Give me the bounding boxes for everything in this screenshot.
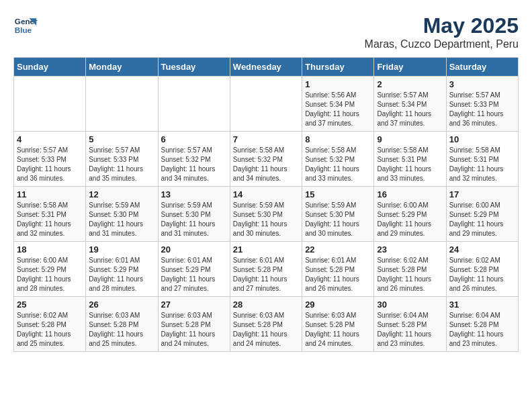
day-number: 14 (233, 189, 299, 199)
day-detail: Sunrise: 6:01 AM Sunset: 5:28 PM Dayligh… (305, 256, 371, 293)
table-row: 22Sunrise: 6:01 AM Sunset: 5:28 PM Dayli… (302, 242, 374, 297)
table-row: 23Sunrise: 6:02 AM Sunset: 5:28 PM Dayli… (374, 242, 446, 297)
day-detail: Sunrise: 5:58 AM Sunset: 5:31 PM Dayligh… (17, 201, 83, 238)
table-row (86, 77, 158, 132)
day-detail: Sunrise: 6:01 AM Sunset: 5:29 PM Dayligh… (89, 256, 154, 293)
calendar-week-row: 1Sunrise: 5:56 AM Sunset: 5:34 PM Daylig… (14, 77, 519, 132)
day-detail: Sunrise: 6:04 AM Sunset: 5:28 PM Dayligh… (377, 311, 443, 349)
title-area: May 2025 Maras, Cuzco Department, Peru (365, 13, 519, 50)
table-row: 5Sunrise: 5:57 AM Sunset: 5:33 PM Daylig… (86, 132, 158, 187)
calendar-title: May 2025 (365, 13, 519, 38)
day-number: 28 (233, 300, 299, 310)
day-detail: Sunrise: 6:03 AM Sunset: 5:28 PM Dayligh… (89, 311, 154, 349)
day-detail: Sunrise: 6:03 AM Sunset: 5:28 PM Dayligh… (305, 311, 371, 349)
table-row: 11Sunrise: 5:58 AM Sunset: 5:31 PM Dayli… (14, 187, 86, 242)
day-detail: Sunrise: 5:57 AM Sunset: 5:33 PM Dayligh… (449, 91, 515, 128)
day-number: 12 (89, 189, 154, 199)
day-number: 10 (449, 134, 515, 144)
header-thursday: Thursday (302, 58, 374, 77)
table-row (158, 77, 230, 132)
day-number: 22 (305, 244, 371, 255)
calendar-week-row: 18Sunrise: 6:00 AM Sunset: 5:29 PM Dayli… (14, 242, 519, 297)
day-detail: Sunrise: 5:58 AM Sunset: 5:31 PM Dayligh… (377, 146, 443, 183)
table-row: 17Sunrise: 6:00 AM Sunset: 5:29 PM Dayli… (446, 187, 518, 242)
calendar-week-row: 4Sunrise: 5:57 AM Sunset: 5:33 PM Daylig… (14, 132, 519, 187)
table-row: 14Sunrise: 5:59 AM Sunset: 5:30 PM Dayli… (230, 187, 302, 242)
table-row: 6Sunrise: 5:57 AM Sunset: 5:32 PM Daylig… (158, 132, 230, 187)
header-saturday: Saturday (446, 58, 518, 77)
day-detail: Sunrise: 5:58 AM Sunset: 5:32 PM Dayligh… (305, 146, 371, 183)
day-number: 9 (377, 134, 443, 144)
day-detail: Sunrise: 5:58 AM Sunset: 5:31 PM Dayligh… (449, 146, 515, 183)
table-row: 29Sunrise: 6:03 AM Sunset: 5:28 PM Dayli… (302, 297, 374, 352)
calendar-header-row: Sunday Monday Tuesday Wednesday Thursday… (14, 58, 519, 77)
day-number: 2 (377, 79, 443, 89)
day-detail: Sunrise: 5:59 AM Sunset: 5:30 PM Dayligh… (233, 201, 299, 238)
day-number: 26 (89, 300, 154, 310)
calendar-subtitle: Maras, Cuzco Department, Peru (365, 38, 519, 50)
calendar-week-row: 25Sunrise: 6:02 AM Sunset: 5:28 PM Dayli… (14, 297, 519, 352)
table-row: 16Sunrise: 6:00 AM Sunset: 5:29 PM Dayli… (374, 187, 446, 242)
day-detail: Sunrise: 5:59 AM Sunset: 5:30 PM Dayligh… (89, 201, 154, 238)
day-number: 15 (305, 189, 371, 199)
logo-icon: General Blue (13, 13, 38, 38)
table-row: 25Sunrise: 6:02 AM Sunset: 5:28 PM Dayli… (14, 297, 86, 352)
table-row: 7Sunrise: 5:58 AM Sunset: 5:32 PM Daylig… (230, 132, 302, 187)
day-detail: Sunrise: 6:03 AM Sunset: 5:28 PM Dayligh… (161, 311, 227, 349)
day-number: 8 (305, 134, 371, 144)
table-row: 28Sunrise: 6:03 AM Sunset: 5:28 PM Dayli… (230, 297, 302, 352)
page-header: General Blue May 2025 Maras, Cuzco Depar… (13, 13, 519, 50)
day-detail: Sunrise: 6:00 AM Sunset: 5:29 PM Dayligh… (17, 256, 83, 293)
day-number: 4 (17, 134, 83, 144)
header-sunday: Sunday (14, 58, 86, 77)
header-monday: Monday (86, 58, 158, 77)
day-detail: Sunrise: 6:02 AM Sunset: 5:28 PM Dayligh… (449, 256, 515, 293)
table-row: 9Sunrise: 5:58 AM Sunset: 5:31 PM Daylig… (374, 132, 446, 187)
table-row: 12Sunrise: 5:59 AM Sunset: 5:30 PM Dayli… (86, 187, 158, 242)
calendar-week-row: 11Sunrise: 5:58 AM Sunset: 5:31 PM Dayli… (14, 187, 519, 242)
table-row: 18Sunrise: 6:00 AM Sunset: 5:29 PM Dayli… (14, 242, 86, 297)
day-detail: Sunrise: 5:58 AM Sunset: 5:32 PM Dayligh… (233, 146, 299, 183)
table-row (14, 77, 86, 132)
day-detail: Sunrise: 6:03 AM Sunset: 5:28 PM Dayligh… (233, 311, 299, 349)
header-friday: Friday (374, 58, 446, 77)
table-row: 19Sunrise: 6:01 AM Sunset: 5:29 PM Dayli… (86, 242, 158, 297)
day-number: 30 (377, 300, 443, 310)
table-row: 20Sunrise: 6:01 AM Sunset: 5:29 PM Dayli… (158, 242, 230, 297)
day-number: 24 (449, 244, 515, 255)
table-row: 2Sunrise: 5:57 AM Sunset: 5:34 PM Daylig… (374, 77, 446, 132)
table-row: 21Sunrise: 6:01 AM Sunset: 5:28 PM Dayli… (230, 242, 302, 297)
day-number: 18 (17, 244, 83, 255)
table-row: 10Sunrise: 5:58 AM Sunset: 5:31 PM Dayli… (446, 132, 518, 187)
day-detail: Sunrise: 5:59 AM Sunset: 5:30 PM Dayligh… (305, 201, 371, 238)
day-number: 23 (377, 244, 443, 255)
day-number: 5 (89, 134, 154, 144)
day-detail: Sunrise: 6:02 AM Sunset: 5:28 PM Dayligh… (17, 311, 83, 349)
table-row: 27Sunrise: 6:03 AM Sunset: 5:28 PM Dayli… (158, 297, 230, 352)
day-number: 17 (449, 189, 515, 199)
day-detail: Sunrise: 6:00 AM Sunset: 5:29 PM Dayligh… (377, 201, 443, 238)
day-detail: Sunrise: 5:59 AM Sunset: 5:30 PM Dayligh… (161, 201, 227, 238)
table-row: 24Sunrise: 6:02 AM Sunset: 5:28 PM Dayli… (446, 242, 518, 297)
day-detail: Sunrise: 6:01 AM Sunset: 5:29 PM Dayligh… (161, 256, 227, 293)
table-row: 3Sunrise: 5:57 AM Sunset: 5:33 PM Daylig… (446, 77, 518, 132)
header-wednesday: Wednesday (230, 58, 302, 77)
day-number: 6 (161, 134, 227, 144)
day-detail: Sunrise: 6:04 AM Sunset: 5:28 PM Dayligh… (449, 311, 515, 349)
table-row: 13Sunrise: 5:59 AM Sunset: 5:30 PM Dayli… (158, 187, 230, 242)
day-detail: Sunrise: 5:57 AM Sunset: 5:32 PM Dayligh… (161, 146, 227, 183)
day-number: 11 (17, 189, 83, 199)
day-number: 13 (161, 189, 227, 199)
day-detail: Sunrise: 5:57 AM Sunset: 5:34 PM Dayligh… (377, 91, 443, 128)
day-number: 29 (305, 300, 371, 310)
day-detail: Sunrise: 6:01 AM Sunset: 5:28 PM Dayligh… (233, 256, 299, 293)
day-number: 1 (305, 79, 371, 89)
header-tuesday: Tuesday (158, 58, 230, 77)
table-row: 15Sunrise: 5:59 AM Sunset: 5:30 PM Dayli… (302, 187, 374, 242)
table-row: 4Sunrise: 5:57 AM Sunset: 5:33 PM Daylig… (14, 132, 86, 187)
day-detail: Sunrise: 6:00 AM Sunset: 5:29 PM Dayligh… (449, 201, 515, 238)
table-row: 8Sunrise: 5:58 AM Sunset: 5:32 PM Daylig… (302, 132, 374, 187)
table-row: 30Sunrise: 6:04 AM Sunset: 5:28 PM Dayli… (374, 297, 446, 352)
day-number: 25 (17, 300, 83, 310)
logo: General Blue (13, 13, 38, 38)
